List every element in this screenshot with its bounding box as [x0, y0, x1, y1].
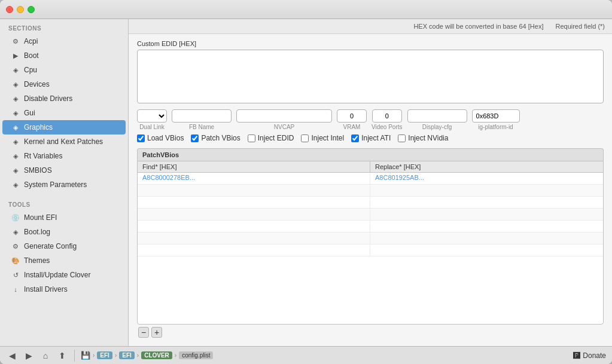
table-row[interactable]	[138, 197, 603, 209]
sidebar-item-themes[interactable]: 🎨 Themes	[2, 253, 126, 268]
ig-platform-input[interactable]	[472, 109, 520, 123]
table-row[interactable]	[138, 233, 603, 244]
inject-edid-label: Inject EDID	[258, 134, 294, 142]
breadcrumb-arrow-1: ›	[93, 352, 95, 359]
sidebar-item-boot-log[interactable]: ◈ Boot.log	[2, 225, 126, 239]
add-patch-button[interactable]: +	[151, 327, 162, 338]
sidebar-item-acpi[interactable]: ⚙ Acpi	[2, 34, 126, 48]
nvcap-input[interactable]	[236, 109, 332, 123]
patch-table: Find* [HEX] Replace* [HEX] A8C8000278EB.…	[137, 161, 604, 325]
sidebar-item-cpu[interactable]: ◈ Cpu	[2, 63, 126, 77]
maximize-button[interactable]	[28, 6, 35, 13]
vram-group: VRAM	[337, 109, 367, 130]
edid-input[interactable]	[137, 50, 604, 103]
fb-name-input[interactable]	[172, 109, 232, 123]
inject-nvidia-input[interactable]	[398, 134, 406, 142]
table-row[interactable]	[138, 209, 603, 221]
inject-edid-checkbox[interactable]: Inject EDID	[248, 134, 294, 142]
donate-button[interactable]: 🅿 Donate	[573, 351, 606, 360]
dual-link-select[interactable]	[137, 109, 167, 123]
dual-link-group: Dual Link	[137, 109, 167, 130]
load-vbios-checkbox[interactable]: Load VBios	[137, 134, 184, 142]
acpi-icon: ⚙	[11, 36, 20, 46]
display-cfg-input[interactable]	[407, 109, 467, 123]
edid-section: Custom EDID [HEX]	[137, 40, 604, 103]
ig-platform-label: ig-platform-id	[478, 124, 513, 130]
vram-input[interactable]	[337, 109, 367, 123]
inject-edid-input[interactable]	[248, 134, 255, 142]
sidebar-item-label: System Parameters	[24, 181, 87, 189]
inject-intel-label: Inject Intel	[311, 134, 344, 142]
video-ports-input[interactable]	[372, 109, 402, 123]
sidebar-item-system-params[interactable]: ◈ System Parameters	[2, 178, 126, 192]
sidebar-item-gui[interactable]: ◈ Gui	[2, 106, 126, 120]
patch-find-cell	[138, 244, 370, 256]
inject-ati-checkbox[interactable]: Inject ATI	[351, 134, 391, 142]
sidebar-item-generate-config[interactable]: ⚙ Generate Config	[2, 239, 126, 253]
sidebar-item-label: Gui	[24, 109, 35, 117]
sidebar-item-label: Themes	[24, 256, 50, 265]
display-cfg-label: Display-cfg	[422, 124, 452, 130]
patch-replace-cell	[370, 221, 603, 232]
inject-ati-input[interactable]	[351, 134, 359, 142]
sidebar-item-install-update[interactable]: ↺ Install/Update Clover	[2, 268, 126, 282]
sidebar-item-label: Install/Update Clover	[24, 271, 90, 279]
back-icon[interactable]: ◀	[6, 350, 18, 362]
patch-vbios-input[interactable]	[191, 134, 199, 142]
video-ports-label: Video Ports	[372, 124, 403, 130]
video-ports-group: Video Ports	[372, 109, 403, 130]
patch-vbios-label: Patch VBios	[201, 134, 240, 142]
fb-name-label: FB Name	[189, 124, 214, 130]
dual-link-label: Dual Link	[139, 124, 165, 130]
home-icon[interactable]: ⌂	[39, 350, 51, 362]
upload-icon[interactable]: ⬆	[56, 350, 68, 362]
forward-icon[interactable]: ▶	[23, 350, 35, 362]
load-vbios-input[interactable]	[137, 134, 145, 142]
table-row[interactable]	[138, 185, 603, 197]
system-params-icon: ◈	[11, 180, 20, 189]
sidebar-item-label: Boot.log	[24, 228, 50, 236]
patch-replace-cell: A8C801925AB...	[370, 173, 603, 184]
sidebar-item-smbios[interactable]: ◈ SMBIOS	[2, 163, 126, 178]
gui-icon: ◈	[11, 108, 20, 118]
patch-find-cell	[138, 185, 370, 196]
close-button[interactable]	[6, 6, 13, 13]
main-window: SECTIONS ⚙ Acpi ▶ Boot ◈ Cpu ◈ Devices ◈…	[0, 0, 612, 364]
remove-patch-button[interactable]: −	[138, 327, 149, 338]
sidebar-item-kernel-kext[interactable]: ◈ Kernel and Kext Patches	[2, 134, 126, 149]
graphics-controls-row: Dual Link FB Name NVCAP	[137, 109, 604, 130]
sidebar-item-boot[interactable]: ▶ Boot	[2, 48, 126, 63]
sidebar-item-disable-drivers[interactable]: ◈ Disable Drivers	[2, 91, 126, 106]
inject-intel-input[interactable]	[301, 134, 309, 142]
kernel-kext-icon: ◈	[11, 137, 20, 146]
inject-nvidia-label: Inject NVidia	[408, 134, 448, 142]
sidebar-item-graphics[interactable]: ◈ Graphics	[2, 120, 126, 134]
sidebar-item-install-drivers[interactable]: ↓ Install Drivers	[2, 282, 126, 296]
sidebar-item-label: Mount EFI	[24, 213, 57, 222]
table-row[interactable]	[138, 221, 603, 233]
inject-nvidia-checkbox[interactable]: Inject NVidia	[398, 134, 448, 142]
sidebar-item-devices[interactable]: ◈ Devices	[2, 77, 126, 91]
minimize-button[interactable]	[17, 6, 24, 13]
table-row[interactable]: A8C8000278EB... A8C801925AB...	[138, 173, 603, 185]
sidebar-item-label: Graphics	[24, 123, 53, 131]
main-area: SECTIONS ⚙ Acpi ▶ Boot ◈ Cpu ◈ Devices ◈…	[0, 19, 612, 346]
titlebar	[0, 0, 612, 19]
inject-ati-label: Inject ATI	[361, 134, 391, 142]
install-drivers-icon: ↓	[11, 285, 20, 294]
themes-icon: 🎨	[11, 256, 20, 265]
table-row[interactable]	[138, 244, 603, 256]
sidebar-item-mount-efi[interactable]: 💿 Mount EFI	[2, 210, 126, 225]
sidebar-item-label: SMBIOS	[24, 166, 52, 175]
hex-info: HEX code will be converted in base 64 [H…	[413, 23, 543, 30]
patch-table-header: Find* [HEX] Replace* [HEX]	[138, 161, 603, 173]
disable-drivers-icon: ◈	[11, 94, 20, 103]
patch-replace-cell	[370, 209, 603, 220]
patch-vbios-section: PatchVBios Find* [HEX] Replace* [HEX] A8…	[137, 148, 604, 340]
edid-label: Custom EDID [HEX]	[137, 40, 604, 47]
inject-intel-checkbox[interactable]: Inject Intel	[301, 134, 344, 142]
patch-vbios-checkbox[interactable]: Patch VBios	[191, 134, 240, 142]
boot-icon: ▶	[11, 51, 20, 60]
nvcap-label: NVCAP	[274, 124, 294, 130]
sidebar-item-rt-variables[interactable]: ◈ Rt Variables	[2, 149, 126, 163]
